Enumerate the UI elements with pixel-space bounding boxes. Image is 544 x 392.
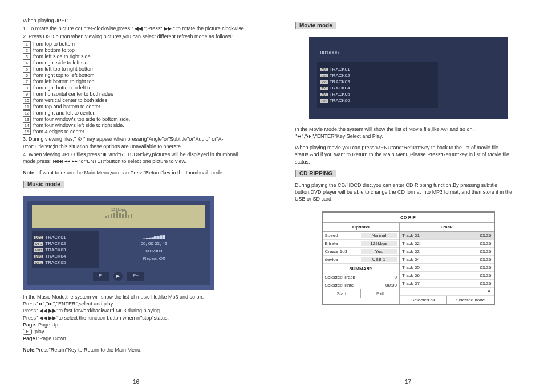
- start-button[interactable]: Start: [323, 289, 362, 298]
- music-track-list: MP3TRACK01 MP3TRACK02 MP3TRACK03 MP3TRAC…: [32, 231, 99, 268]
- movie-counter: 001/006: [317, 48, 343, 56]
- music-pageup: Page-:Page Up.: [23, 321, 249, 328]
- cd-desc: During playing the CD/HDCD disc,you can …: [295, 182, 521, 202]
- movie-desc2: "⏮","⏭","ENTER"Key:Select and Play.: [295, 133, 521, 140]
- list-item: AVITRACK03: [320, 79, 435, 84]
- movie-desc3: When playing movie you can press"MENU"an…: [295, 144, 521, 165]
- exit-button[interactable]: Exit: [361, 289, 399, 298]
- sel-time: Selected Time00:00: [323, 281, 400, 289]
- movie-mode-heading: Movie mode: [295, 22, 336, 29]
- chevron-down-icon: ▼: [456, 289, 492, 294]
- table-row[interactable]: Track 0503:36: [400, 264, 493, 272]
- movie-player: 001/006 AVITRACK01 AVITRACK02 AVITRACK03…: [309, 37, 508, 119]
- play-button[interactable]: ▶: [113, 272, 123, 281]
- music-note: Note:Press"Return"Key to Return to the M…: [23, 346, 249, 353]
- player-controls: P- ▶ P+: [32, 272, 205, 281]
- table-row[interactable]: Track 0603:36: [400, 272, 493, 280]
- list-item: MP3TRACK04: [34, 254, 97, 259]
- play-icon: [23, 329, 32, 335]
- list-item: AVITRACK02: [320, 73, 435, 78]
- prev-button[interactable]: P-: [93, 272, 109, 281]
- music-desc1: In the Music Mode,the system will show t…: [23, 293, 249, 300]
- options-header: Options: [323, 223, 400, 232]
- page-left: When playing JPEG : 1. To rotate the pic…: [0, 0, 272, 392]
- cdrip-title: CD RIP: [323, 213, 494, 223]
- list-item: MP3TRACK02: [34, 241, 97, 246]
- music-pagedown: Page+:Page Down: [23, 335, 249, 342]
- list-item: AVITRACK06: [320, 98, 435, 103]
- jpeg-step4: 4. When viewing JPEG files,press" ■ "and…: [23, 151, 249, 165]
- summary-header: SUMMARY: [323, 264, 400, 273]
- list-item: MP3TRACK03: [34, 247, 97, 252]
- movie-track-list: AVITRACK01 AVITRACK02 AVITRACK03 AVITRAC…: [317, 62, 438, 108]
- music-player: 128kbps MP3TRACK01 MP3TRACK02 MP3TRACK03…: [23, 196, 214, 290]
- opt-bitrate[interactable]: Bitrate128kbps: [323, 240, 400, 248]
- table-row[interactable]: Track 0203:36: [400, 240, 493, 248]
- opt-device[interactable]: deviceUSB 1: [323, 256, 400, 264]
- page-number: 17: [272, 379, 544, 385]
- playback-info: ▁▂▃▄▅▆▇█ 00; 00 03; 43 001/008 Repeat Of…: [103, 231, 205, 268]
- list-item: AVITRACK05: [320, 92, 435, 97]
- music-mode-heading: Music mode: [23, 181, 64, 188]
- table-row[interactable]: Track 0703:36: [400, 280, 493, 288]
- list-item: MP3TRACK05: [34, 260, 97, 265]
- jpeg-step2: 2. Press OSD button when viewing picture…: [23, 33, 249, 40]
- music-desc4: Press" ◀◀ ▶▶"to select the function butt…: [23, 315, 249, 321]
- table-row[interactable]: Track 0403:36: [400, 256, 493, 264]
- next-button[interactable]: P+: [127, 272, 144, 281]
- cd-ripping-heading: CD RIPPING: [295, 170, 336, 177]
- select-none-button[interactable]: Selected none: [447, 296, 494, 304]
- music-play: :play: [23, 328, 249, 335]
- opt-create[interactable]: Create 1d3Yes: [323, 248, 400, 256]
- jpeg-head: When playing JPEG :: [23, 17, 249, 24]
- list-item: AVITRACK01: [320, 67, 435, 72]
- jpeg-step1: 1. To rotate the picture counter-clockwi…: [23, 25, 249, 32]
- lcd-display: 128kbps: [32, 205, 205, 228]
- table-row[interactable]: Track 0303:36: [400, 248, 493, 256]
- jpeg-note: Note : If want to return the Main Menu,y…: [23, 169, 249, 176]
- table-row[interactable]: Track 0103:36: [400, 232, 493, 240]
- jpeg-step3: 3. During viewing files," ⊘ "may appear …: [23, 136, 249, 149]
- refresh-modes: 1from top to bottom 2from bottom to top …: [23, 41, 249, 134]
- select-all-button[interactable]: Selected all: [400, 296, 447, 304]
- cd-rip-panel: CD RIP Options SpeedNormal Bitrate128kbp…: [322, 211, 495, 305]
- track-header: Track: [400, 223, 493, 232]
- more-indicator: ▼: [400, 288, 493, 296]
- opt-speed[interactable]: SpeedNormal: [323, 232, 400, 240]
- movie-desc1: In the Movie Mode,the system will show t…: [295, 126, 521, 133]
- sel-track: Selected Track0: [323, 273, 400, 281]
- music-desc2: Press"⏮","⏭","ENTER",select and play.: [23, 300, 249, 307]
- list-item: MP3TRACK01: [34, 235, 97, 240]
- page-number: 16: [0, 379, 272, 385]
- list-item: AVITRACK04: [320, 85, 435, 91]
- page-right: Movie mode 001/006 AVITRACK01 AVITRACK02…: [272, 0, 544, 392]
- music-desc3: Press" ◀◀ ▶▶"to fast forward/backward MP…: [23, 307, 249, 314]
